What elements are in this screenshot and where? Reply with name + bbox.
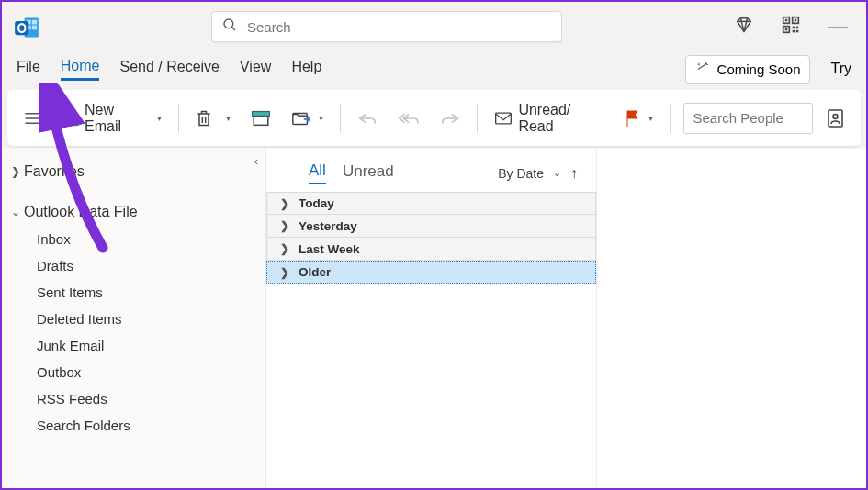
preview-pane <box>597 149 866 488</box>
group-label: Yesterday <box>299 219 357 233</box>
archive-button[interactable] <box>243 104 278 133</box>
favorites-section[interactable]: ❯ Favorites <box>2 158 265 185</box>
search-box[interactable] <box>211 11 562 42</box>
chevron-right-icon: ❯ <box>280 242 289 255</box>
group-older[interactable]: ❯ Older <box>266 261 596 284</box>
new-email-label: New Email <box>85 102 150 135</box>
folder-list: Inbox Drafts Sent Items Deleted Items Ju… <box>2 226 265 439</box>
group-last-week[interactable]: ❯ Last Week <box>266 238 596 261</box>
menu-send-receive[interactable]: Send / Receive <box>119 59 220 79</box>
move-button[interactable]: ▾ <box>284 104 331 133</box>
qr-icon[interactable] <box>782 16 800 38</box>
divider <box>670 104 671 133</box>
chevron-down-icon: ▾ <box>226 113 231 123</box>
chevron-down-icon: ⌄ <box>553 167 561 179</box>
divider <box>340 104 341 133</box>
folder-drafts[interactable]: Drafts <box>28 252 265 279</box>
menu-help[interactable]: Help <box>291 59 321 79</box>
flag-button[interactable]: ▾ <box>617 104 660 133</box>
minimize-button[interactable]: — <box>828 15 848 39</box>
folder-deleted-items[interactable]: Deleted Items <box>28 306 265 332</box>
people-search-input[interactable] <box>693 110 804 126</box>
forward-button[interactable] <box>433 105 468 132</box>
sort-label: By Date <box>498 166 544 181</box>
tab-unread[interactable]: Unread <box>343 162 394 184</box>
svg-rect-2 <box>32 20 37 25</box>
outlook-icon <box>14 15 39 40</box>
ribbon: New Email ▾ ▾ ▾ Unread/ Read ▾ <box>7 90 861 147</box>
folder-junk-email[interactable]: Junk Email <box>28 332 265 359</box>
coming-soon-label: Coming Soon <box>717 61 801 77</box>
chevron-right-icon: ❯ <box>280 266 289 279</box>
chevron-right-icon: ❯ <box>280 197 289 210</box>
svg-rect-15 <box>795 19 797 22</box>
reply-button[interactable] <box>350 105 385 132</box>
tab-all[interactable]: All <box>309 161 326 184</box>
unread-read-button[interactable]: Unread/ Read <box>487 96 611 140</box>
divider <box>178 104 179 133</box>
title-right: — <box>734 15 848 39</box>
address-book-button[interactable] <box>818 103 851 134</box>
folder-inbox[interactable]: Inbox <box>28 226 265 252</box>
group-label: Last Week <box>299 242 360 256</box>
sort-direction-icon[interactable]: ↑ <box>570 165 578 182</box>
people-search-box[interactable] <box>683 103 814 134</box>
sort-control[interactable]: By Date ⌄ ↑ <box>498 165 578 182</box>
folder-search-folders[interactable]: Search Folders <box>28 412 265 439</box>
unread-read-label: Unread/ Read <box>518 102 603 135</box>
menu-bar: File Home Send / Receive View Help Comin… <box>2 51 866 86</box>
menu-view[interactable]: View <box>240 59 271 79</box>
group-label: Today <box>299 196 334 210</box>
mail-list: All Unread By Date ⌄ ↑ ❯ Today ❯ Yesterd… <box>266 149 597 488</box>
mail-tabs: All Unread By Date ⌄ ↑ <box>266 156 596 192</box>
premium-icon[interactable] <box>734 15 754 39</box>
folder-sent-items[interactable]: Sent Items <box>28 279 265 306</box>
svg-rect-19 <box>796 27 799 29</box>
group-today[interactable]: ❯ Today <box>266 192 596 215</box>
svg-point-7 <box>224 19 233 28</box>
menu-try[interactable]: Try <box>830 61 851 77</box>
chevron-down-icon: ▾ <box>157 113 162 123</box>
collapse-sidebar-button[interactable]: ‹ <box>254 154 258 168</box>
envelope-icon <box>494 109 513 128</box>
data-file-label: Outlook Data File <box>24 204 138 220</box>
favorites-label: Favorites <box>24 163 85 180</box>
search-icon <box>221 17 238 37</box>
svg-rect-20 <box>793 30 795 33</box>
search-container <box>211 11 562 42</box>
menu-file[interactable]: File <box>17 59 40 79</box>
content: ‹ ❯ Favorites ⌄ Outlook Data File Inbox … <box>2 149 866 488</box>
divider <box>477 104 478 133</box>
svg-rect-18 <box>793 27 795 29</box>
sidebar: ‹ ❯ Favorites ⌄ Outlook Data File Inbox … <box>2 149 266 488</box>
group-yesterday[interactable]: ❯ Yesterday <box>266 215 596 238</box>
sparkle-icon <box>695 60 712 79</box>
svg-point-33 <box>833 114 838 118</box>
title-bar: — <box>2 2 866 51</box>
svg-rect-29 <box>253 111 269 116</box>
data-file-section[interactable]: ⌄ Outlook Data File <box>2 198 265 226</box>
chevron-down-icon: ▾ <box>648 113 653 123</box>
search-input[interactable] <box>247 19 552 35</box>
group-label: Older <box>299 265 331 279</box>
mail-plus-icon <box>61 109 79 128</box>
svg-rect-28 <box>254 116 269 125</box>
chevron-down-icon: ⌄ <box>11 206 20 218</box>
svg-rect-13 <box>785 19 788 22</box>
mail-groups: ❯ Today ❯ Yesterday ❯ Last Week ❯ Older <box>266 192 596 284</box>
svg-rect-4 <box>32 26 37 30</box>
svg-rect-21 <box>796 30 799 33</box>
svg-rect-17 <box>785 28 788 31</box>
delete-button[interactable]: ▾ <box>187 104 238 133</box>
chevron-right-icon: ❯ <box>11 165 20 178</box>
expand-nav-button[interactable] <box>17 106 48 131</box>
folder-rss-feeds[interactable]: RSS Feeds <box>28 385 265 412</box>
svg-line-8 <box>231 27 235 30</box>
coming-soon-toggle[interactable]: Coming Soon <box>685 55 811 84</box>
new-email-button[interactable]: New Email ▾ <box>53 96 169 140</box>
folder-outbox[interactable]: Outbox <box>28 359 265 385</box>
reply-all-button[interactable] <box>390 105 427 132</box>
svg-rect-31 <box>496 113 512 124</box>
menu-home[interactable]: Home <box>61 58 100 81</box>
chevron-right-icon: ❯ <box>280 219 289 232</box>
